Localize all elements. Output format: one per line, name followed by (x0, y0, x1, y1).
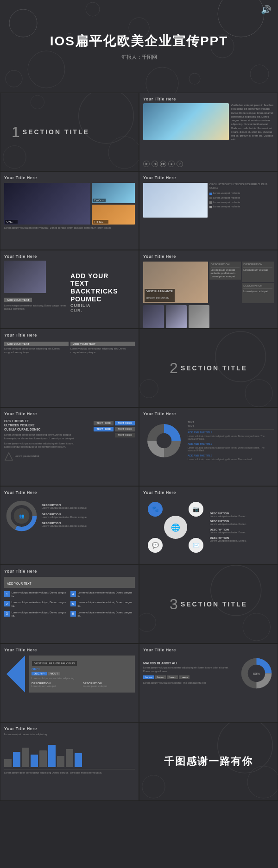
pie2-svg: 60% (239, 656, 274, 691)
slide-process-list: Your Title Here ORG LUCTUS ETULTRICES PO… (0, 407, 139, 486)
svg-point-32 (218, 723, 273, 773)
svg-point-17 (140, 380, 158, 398)
svg-text:👥: 👥 (19, 513, 25, 519)
stop-icon[interactable]: ■ (168, 161, 175, 167)
slide-photo-coast: Your Title Here Vestibulum volutpat ipsu… (139, 93, 278, 171)
slide-text-bold: Your Title Here ADD YOUR TEXT Lorem volu… (0, 250, 139, 329)
svg-point-3 (28, 51, 65, 88)
slide-team-desc: Your Title Here VESTIBULUM ANTE IPSUM PR… (139, 250, 278, 329)
photo-label-three: THREE → (93, 220, 108, 224)
svg-point-12 (108, 137, 139, 169)
svg-point-8 (189, 73, 200, 84)
slide-title-textbold: Your Title Here (4, 254, 135, 259)
slide-donut: Your Title Here 👥 DESCRIPTION Lorem volu… (0, 486, 139, 565)
svg-marker-28 (6, 656, 25, 693)
slide-title-twopersons: Your Title Here (4, 333, 135, 337)
slide-photo-carousel: Your Title Here ONE → TWO → THREE → Lore… (0, 171, 139, 250)
slide-numbered-list: Your Title Here ADD YOUR TEXT 1 Lorem vo… (0, 565, 139, 643)
svg-point-16 (245, 380, 272, 407)
svg-point-6 (250, 65, 269, 83)
svg-marker-18 (5, 453, 13, 460)
svg-text:60%: 60% (253, 672, 260, 676)
add-text-btn-1[interactable]: ADD YOUR TEXT (4, 298, 32, 302)
svg-point-20 (157, 433, 171, 448)
slide-mauris: Your Title Here VESTIBULUM ANTE FAUCIBUS… (0, 643, 139, 722)
donut-chart-svg: 👥 (4, 499, 39, 533)
list-item: 3 Lorem volutpat molestie volutpat; Done… (4, 611, 69, 618)
svg-point-5 (146, 67, 178, 93)
list-item: 6 Lorem volutpat molestie volutpat; Done… (70, 611, 135, 618)
photo-label-two: TWO → (93, 199, 106, 202)
slide-pie2: Your Title Here MAURIS BLANDIT ALI Lorem… (139, 643, 278, 722)
expand-icon[interactable]: ⤢ (177, 161, 183, 167)
svg-point-11 (79, 93, 134, 144)
list-item: 4 Lorem volutpat molestie volutpat; Done… (70, 591, 135, 598)
slide-title-pie: Your Title Here (143, 412, 274, 416)
process-btn-5[interactable]: TEXT HERE (115, 433, 135, 437)
slide-title-winter: Your Title Here (143, 175, 274, 180)
vestibulum-badge: VESTIBULUM ANTE FAUCIBUS (32, 661, 77, 666)
header-title: IOS扁平化欧美企业宣传PPT (50, 32, 228, 50)
svg-point-7 (6, 70, 22, 87)
slide-title-pie2: Your Title Here (143, 648, 274, 652)
process-btn-1[interactable]: TEXT HERE (94, 421, 114, 425)
svg-point-15 (215, 331, 266, 382)
slide-title-donut: Your Title Here (4, 490, 135, 495)
svg-point-0 (9, 9, 37, 37)
list-item: 2 Lorem volutpat molestie volutpat; Done… (4, 601, 69, 608)
back-icon[interactable]: ◀ (152, 161, 158, 167)
slide-title-mauris: Your Title Here (4, 648, 135, 652)
slide-bar-chart: Your Title Here Lorem volutpat consectet… (0, 722, 139, 801)
process-btn-4[interactable]: TEXT HERE (115, 427, 135, 431)
photo-label-one: ONE → (5, 220, 18, 224)
slide-title-iconcircles: Your Title Here (143, 490, 274, 495)
pie-chart-svg (143, 420, 185, 462)
svg-point-34 (142, 775, 165, 798)
slide-title-teamdesc: Your Title Here (143, 254, 274, 259)
slide-section-3: 3 SECTION TITLE (139, 565, 278, 643)
svg-point-33 (247, 766, 278, 798)
slide-title-barchart: Your Title Here (4, 726, 135, 731)
header-subtitle: 汇报人：千图网 (121, 54, 157, 61)
slide-title-numlist: Your Title Here (4, 569, 135, 574)
speaker-icon: 🔊 (261, 5, 271, 15)
slide-two-persons: Your Title Here ADD YOUR TEXT Lorem volu… (0, 329, 139, 407)
slide-title-process: Your Title Here (4, 412, 135, 416)
slide-title-carousel: Your Title Here (4, 175, 135, 180)
list-item: 1 Lorem volutpat molestie volutpat; Done… (4, 591, 69, 598)
slide-pie-chart: Your Title Here TEXT TEXT ADD AND THE TI… (139, 407, 278, 486)
slide-photo-winter: Your Title Here ORCI LUCTUS ET ULTRICES … (139, 171, 278, 250)
header-slide: 🔊 IOS扁平化欧美企业宣传PPT 汇报人：千图网 (0, 0, 278, 93)
slide-title-coast: Your Title Here (143, 97, 274, 101)
slide-section-1: 1 SECTION TITLE (0, 93, 139, 171)
svg-point-25 (211, 565, 261, 616)
svg-point-13 (3, 146, 26, 169)
play-icon[interactable]: ▶ (143, 161, 150, 167)
forward-icon[interactable]: ▶▶ (160, 161, 166, 167)
svg-point-1 (218, 0, 264, 37)
svg-point-27 (139, 613, 156, 632)
svg-point-4 (86, 2, 100, 16)
slide-icon-circles: Your Title Here 🌐 🐾 📷 💬 ✉️ DESCRIPTION L… (139, 486, 278, 565)
list-item: 5 Lorem volutpat molestie volutpat; Done… (70, 601, 135, 608)
svg-point-14 (31, 95, 44, 109)
slide-thankyou: 千图感谢一路有你 (139, 722, 278, 801)
add-text-btn-3[interactable]: ADD YOUR TEXT (70, 342, 135, 346)
process-btn-2[interactable]: TEXT HERE (115, 421, 135, 425)
slides-grid: 1 SECTION TITLE Your Title Here Vestibul… (0, 93, 278, 801)
add-text-btn-2[interactable]: ADD YOUR TEXT (4, 342, 69, 346)
slide-section-2: 2 SECTION TITLE (139, 329, 278, 407)
process-btn-3[interactable]: TEXT HERE (94, 427, 114, 431)
svg-point-26 (243, 613, 270, 641)
